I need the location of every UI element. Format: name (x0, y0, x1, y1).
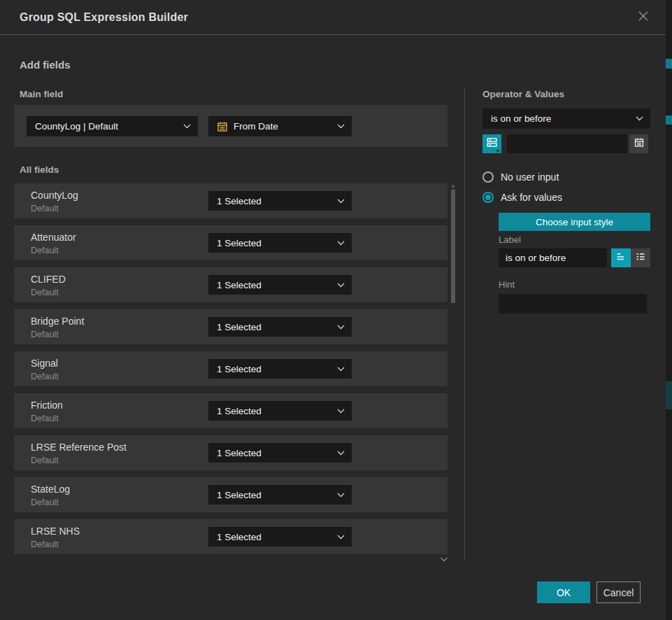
ok-button[interactable]: OK (537, 582, 590, 603)
field-selection-value: 1 Selected (217, 196, 331, 206)
date-picker-button[interactable] (629, 134, 648, 153)
field-sublabel: Default (31, 330, 84, 339)
field-selection-dropdown[interactable]: 1 Selected (208, 317, 352, 337)
field-sublabel: Default (31, 498, 70, 507)
field-row-text: LRSE Reference Post Default (31, 442, 127, 465)
field-name: Attenuator (31, 232, 76, 243)
field-selection-dropdown[interactable]: 1 Selected (208, 191, 352, 211)
field-row: Signal Default 1 Selected (14, 351, 448, 386)
field-row: Friction Default 1 Selected (14, 393, 448, 428)
field-row-text: StateLog Default (31, 484, 70, 507)
scroll-down-icon (440, 552, 448, 565)
field-selection-dropdown[interactable]: 1 Selected (208, 443, 352, 463)
radio-ask-for-values[interactable]: Ask for values (482, 192, 562, 203)
background-fragment (666, 59, 672, 69)
field-row-text: CLIFED Default (31, 274, 66, 297)
group-sql-expression-builder-dialog: Group SQL Expression Builder Add fields … (0, 0, 672, 620)
stacked-values-icon (486, 136, 498, 151)
chevron-down-icon (337, 124, 345, 129)
list-icon (635, 251, 646, 265)
cancel-button[interactable]: Cancel (596, 582, 641, 603)
value-source-button[interactable] (482, 134, 501, 153)
operator-values-heading: Operator & Values (482, 89, 564, 99)
field-selection-value: 1 Selected (217, 238, 331, 248)
field-selection-dropdown[interactable]: 1 Selected (208, 527, 352, 547)
choose-input-style-button[interactable]: Choose input style (499, 213, 650, 231)
field-row: LRSE NHS Default 1 Selected (14, 519, 448, 554)
background-fragment (666, 381, 672, 409)
radio-no-user-input[interactable]: No user input (482, 171, 559, 183)
field-row-text: Bridge Point Default (31, 316, 84, 339)
field-row: CLIFED Default 1 Selected (14, 267, 448, 302)
calendar-date-icon (217, 121, 228, 132)
main-layer-value: CountyLog | Default (35, 121, 178, 132)
input-style-list-button[interactable] (631, 248, 650, 267)
calendar-icon (634, 137, 645, 151)
caret-down-icon (496, 150, 500, 153)
field-row-text: CountyLog Default (31, 190, 78, 213)
field-selection-dropdown[interactable]: 1 Selected (208, 359, 352, 379)
dialog-titlebar: Group SQL Expression Builder (0, 0, 666, 35)
field-row-text: Attenuator Default (31, 232, 76, 255)
text-input-icon (615, 251, 627, 265)
panel-divider (464, 87, 465, 560)
chevron-down-icon (337, 241, 345, 246)
value-input[interactable] (507, 134, 627, 153)
field-selection-value: 1 Selected (217, 280, 331, 290)
field-sublabel: Default (31, 414, 63, 423)
radio-label: No user input (501, 171, 559, 183)
label-input[interactable] (499, 248, 607, 267)
main-field-value: From Date (234, 121, 331, 132)
chevron-down-icon (337, 367, 345, 372)
chevron-down-icon (337, 409, 345, 414)
field-row: StateLog Default 1 Selected (14, 477, 448, 512)
field-sublabel: Default (31, 288, 66, 297)
operator-dropdown[interactable]: is on or before (482, 108, 650, 129)
field-sublabel: Default (31, 204, 78, 213)
field-selection-value: 1 Selected (217, 448, 331, 458)
input-style-text-button[interactable] (611, 248, 631, 267)
scrollbar-up-arrow[interactable] (451, 184, 455, 188)
field-row-text: Signal Default (31, 358, 59, 381)
chevron-down-icon (183, 124, 191, 129)
field-selection-value: 1 Selected (217, 364, 331, 374)
field-name: Signal (31, 358, 59, 369)
main-field-panel: CountyLog | Default From Date (14, 105, 448, 147)
chevron-down-icon (636, 116, 643, 121)
field-row-text: LRSE NHS Default (31, 526, 80, 549)
field-selection-value: 1 Selected (217, 490, 331, 500)
close-icon (636, 8, 651, 27)
field-selection-dropdown[interactable]: 1 Selected (208, 401, 352, 421)
field-row: LRSE Reference Post Default 1 Selected (14, 435, 448, 470)
field-name: Friction (31, 400, 63, 411)
main-field-dropdown[interactable]: From Date (208, 116, 352, 136)
field-sublabel: Default (31, 246, 76, 255)
radio-unselected-icon (482, 171, 494, 183)
radio-label: Ask for values (501, 192, 562, 203)
field-name: StateLog (31, 484, 70, 495)
chevron-down-icon (337, 199, 345, 204)
main-layer-dropdown[interactable]: CountyLog | Default (27, 116, 198, 136)
field-sublabel: Default (31, 456, 127, 465)
field-sublabel: Default (31, 540, 80, 549)
chevron-down-icon (337, 493, 345, 498)
close-button[interactable] (634, 8, 653, 27)
field-name: CLIFED (31, 274, 66, 285)
label-field-label: Label (499, 234, 521, 245)
chevron-down-icon (337, 283, 345, 288)
background-page-strip (666, 0, 672, 620)
dialog-title: Group SQL Expression Builder (20, 11, 188, 24)
field-selection-dropdown[interactable]: 1 Selected (208, 233, 352, 253)
field-row: CountyLog Default 1 Selected (14, 183, 448, 218)
field-selection-dropdown[interactable]: 1 Selected (208, 485, 352, 505)
field-selection-value: 1 Selected (217, 532, 331, 542)
scrollbar-thumb[interactable] (451, 190, 455, 303)
field-row: Attenuator Default 1 Selected (14, 225, 448, 260)
field-name: Bridge Point (31, 316, 84, 327)
field-selection-dropdown[interactable]: 1 Selected (208, 275, 352, 295)
field-selection-value: 1 Selected (217, 322, 331, 332)
add-fields-heading: Add fields (20, 59, 71, 71)
field-row: Bridge Point Default 1 Selected (14, 309, 448, 344)
hint-input[interactable] (499, 294, 647, 313)
chevron-down-icon (337, 325, 345, 330)
